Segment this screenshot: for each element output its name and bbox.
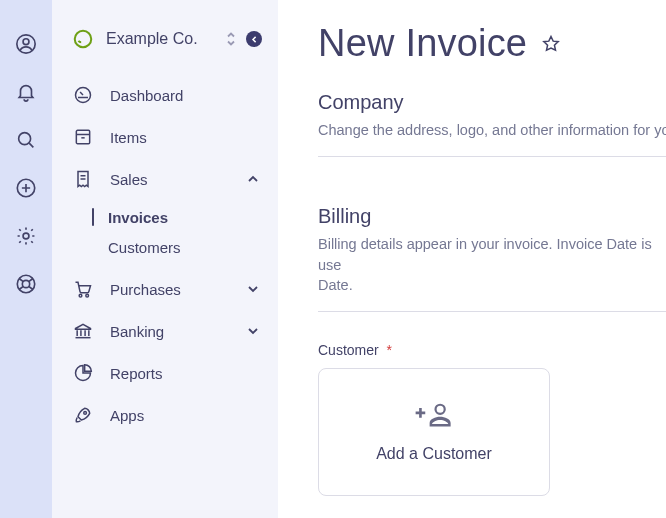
sidebar-item-items[interactable]: Items	[52, 116, 278, 158]
company-section: Company Change the address, logo, and ot…	[318, 91, 666, 157]
main-content: New Invoice Company Change the address, …	[278, 0, 666, 518]
favorite-star-icon[interactable]	[541, 34, 561, 54]
gauge-icon	[72, 84, 94, 106]
svg-point-7	[75, 31, 92, 48]
icon-rail	[0, 0, 52, 518]
active-indicator	[92, 238, 94, 256]
bank-icon	[72, 320, 94, 342]
sidebar-subitem-customers[interactable]: Customers	[88, 232, 278, 262]
sidebar: Example Co. Dashboard	[52, 0, 278, 518]
receipt-icon	[72, 168, 94, 190]
chevron-up-icon	[244, 170, 262, 188]
sidebar-subitem-label: Customers	[104, 239, 181, 256]
archive-icon	[72, 126, 94, 148]
company-select-icon[interactable]	[224, 30, 238, 48]
bell-icon[interactable]	[12, 78, 40, 106]
page-title: New Invoice	[318, 22, 527, 65]
company-name: Example Co.	[106, 30, 212, 48]
sidebar-item-label: Reports	[110, 365, 262, 382]
required-indicator: *	[387, 342, 392, 358]
cart-icon	[72, 278, 94, 300]
search-icon[interactable]	[12, 126, 40, 154]
svg-point-5	[17, 275, 34, 292]
chevron-down-icon	[244, 322, 262, 340]
svg-point-2	[19, 133, 31, 145]
plus-circle-icon[interactable]	[12, 174, 40, 202]
add-customer-card[interactable]: Add a Customer	[318, 368, 550, 496]
account-icon[interactable]	[12, 30, 40, 58]
sidebar-item-label: Banking	[110, 323, 228, 340]
sidebar-submenu-sales: Invoices Customers	[52, 200, 278, 268]
rocket-icon	[72, 404, 94, 426]
company-switcher: Example Co.	[52, 28, 278, 60]
chevron-down-icon	[244, 280, 262, 298]
company-logo-icon	[72, 28, 94, 50]
sidebar-item-label: Apps	[110, 407, 262, 424]
pie-chart-icon	[72, 362, 94, 384]
section-heading: Company	[318, 91, 666, 114]
sidebar-item-banking[interactable]: Banking	[52, 310, 278, 352]
svg-point-1	[23, 39, 29, 45]
add-customer-label: Add a Customer	[376, 445, 492, 463]
sidebar-item-label: Items	[110, 129, 262, 146]
sidebar-item-purchases[interactable]: Purchases	[52, 268, 278, 310]
sidebar-nav: Dashboard Items Sales	[52, 74, 278, 436]
customer-field-label: Customer *	[318, 342, 666, 358]
sidebar-item-label: Purchases	[110, 281, 228, 298]
svg-point-11	[86, 294, 89, 297]
sidebar-item-label: Dashboard	[110, 87, 262, 104]
person-add-icon	[413, 401, 455, 431]
section-description: Change the address, logo, and other info…	[318, 120, 666, 140]
sidebar-item-sales[interactable]: Sales	[52, 158, 278, 200]
sidebar-item-dashboard[interactable]: Dashboard	[52, 74, 278, 116]
sidebar-item-apps[interactable]: Apps	[52, 394, 278, 436]
collapse-sidebar-icon[interactable]	[246, 31, 262, 47]
sidebar-subitem-label: Invoices	[104, 209, 168, 226]
field-label-text: Customer	[318, 342, 379, 358]
section-heading: Billing	[318, 205, 666, 228]
section-description: Billing details appear in your invoice. …	[318, 234, 666, 295]
sidebar-item-label: Sales	[110, 171, 228, 188]
page-title-row: New Invoice	[318, 22, 666, 65]
svg-point-12	[84, 412, 87, 415]
help-icon[interactable]	[12, 270, 40, 298]
sidebar-item-reports[interactable]: Reports	[52, 352, 278, 394]
svg-rect-9	[76, 130, 89, 143]
active-indicator	[92, 208, 94, 226]
svg-point-10	[79, 294, 82, 297]
svg-point-4	[23, 233, 29, 239]
billing-section: Billing Billing details appear in your i…	[318, 205, 666, 312]
sidebar-subitem-invoices[interactable]: Invoices	[88, 202, 278, 232]
gear-icon[interactable]	[12, 222, 40, 250]
